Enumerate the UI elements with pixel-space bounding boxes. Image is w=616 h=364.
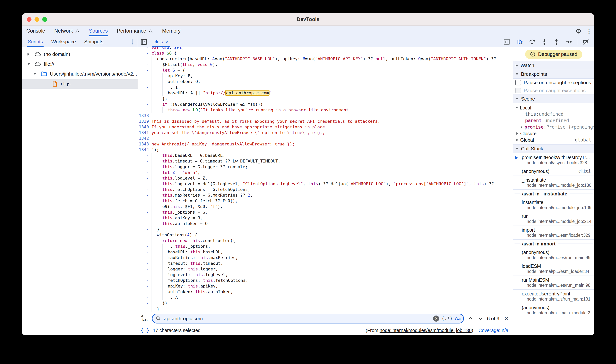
navigator-tab-scripts[interactable]: Scripts xyxy=(24,36,47,47)
line-number[interactable]: - xyxy=(138,266,152,272)
line-number[interactable]: - xyxy=(138,226,152,232)
previous-match-icon[interactable] xyxy=(467,315,474,322)
chevron-right-icon[interactable] xyxy=(28,53,30,55)
editor-tab-clijs[interactable]: cli.js × xyxy=(150,36,172,47)
line-number[interactable]: - xyxy=(138,232,152,238)
line-number[interactable]: - xyxy=(138,96,152,102)
call-stack-frame[interactable]: _instantiatenode:internal/m...module_job… xyxy=(513,176,594,190)
navigator-tab-workspace[interactable]: Workspace xyxy=(47,36,80,47)
chevron-down-icon[interactable] xyxy=(34,73,37,75)
line-number[interactable]: - xyxy=(138,306,152,312)
line-number[interactable]: 1341 xyxy=(138,130,152,136)
tab-sources[interactable]: Sources xyxy=(84,26,112,36)
line-number[interactable]: - xyxy=(138,50,152,56)
more-options-icon[interactable]: ⋮ xyxy=(584,26,594,36)
line-number[interactable]: - xyxy=(138,73,152,79)
step-out-icon[interactable] xyxy=(553,38,560,45)
line-number[interactable]: - xyxy=(138,192,152,198)
step-icon[interactable] xyxy=(565,38,572,45)
line-number[interactable]: - xyxy=(138,62,152,67)
coverage-link[interactable]: Coverage: n/a xyxy=(478,328,508,333)
scope-row-Closure[interactable]: Closure xyxy=(513,130,594,137)
line-number[interactable]: - xyxy=(138,249,152,255)
regex-toggle[interactable]: (.*) xyxy=(442,316,452,321)
line-number[interactable]: - xyxy=(138,215,152,221)
chevron-down-icon[interactable] xyxy=(28,63,30,65)
line-number[interactable]: - xyxy=(138,84,152,90)
line-number[interactable]: 1340 xyxy=(138,124,152,130)
line-number[interactable]: - xyxy=(138,56,152,62)
line-number[interactable]: 1342 xyxy=(138,136,152,141)
line-number[interactable]: - xyxy=(138,198,152,204)
line-number[interactable]: - xyxy=(138,67,152,73)
navigator-tab-snippets[interactable]: Snippets xyxy=(80,36,108,47)
line-number[interactable]: - xyxy=(138,295,152,300)
search-input[interactable] xyxy=(164,315,431,322)
line-number[interactable]: - xyxy=(138,102,152,107)
scope-row-promise[interactable]: promise: Promise {<pending>} xyxy=(513,124,594,130)
line-number[interactable]: - xyxy=(138,47,152,50)
line-number[interactable]: - xyxy=(138,221,152,226)
line-number[interactable]: - xyxy=(138,209,152,215)
clear-search-icon[interactable]: ✕ xyxy=(433,315,439,322)
call-stack-frame[interactable]: promiseInitHookWithDestroyTr...node:inte… xyxy=(513,153,594,167)
line-number[interactable]: - xyxy=(138,260,152,266)
watch-section-header[interactable]: Watch xyxy=(513,61,594,70)
scope-row-Global[interactable]: Globalglobal xyxy=(513,137,594,143)
call-stack-frame[interactable]: (anonymous)node:internal/m...es/run_main… xyxy=(513,248,594,262)
call-stack-frame[interactable]: loadESMnode:internal/p.../esm_loader:34 xyxy=(513,262,594,276)
call-stack-frame[interactable]: executeUserEntryPointnode:internal/m...s… xyxy=(513,290,594,303)
line-number[interactable]: - xyxy=(138,175,152,181)
call-stack-frame[interactable]: (anonymous)node:internal/m...main_module… xyxy=(513,303,594,317)
line-number[interactable]: - xyxy=(138,238,152,244)
line-number[interactable]: - xyxy=(138,278,152,283)
line-number[interactable]: - xyxy=(138,158,152,164)
tab-network[interactable]: Network xyxy=(50,26,84,36)
line-number[interactable]: - xyxy=(138,79,152,84)
line-number[interactable]: 1344 xyxy=(138,147,152,153)
call-stack-frame[interactable]: (anonymous)cli.js:1 xyxy=(513,167,594,176)
call-stack-frame[interactable]: instantiatenode:internal/m...module_job:… xyxy=(513,198,594,212)
replace-toggle-icon[interactable]: A ↳B xyxy=(141,314,149,323)
checkbox[interactable] xyxy=(515,80,521,85)
from-link[interactable]: node:internal/modules/esm/module_job:130 xyxy=(380,328,472,333)
step-over-icon[interactable] xyxy=(529,38,536,45)
line-number[interactable]: - xyxy=(138,90,152,96)
breakpoints-section-header[interactable]: Breakpoints xyxy=(513,70,594,78)
tab-performance[interactable]: Performance xyxy=(112,26,158,36)
match-case-toggle[interactable]: Aa xyxy=(455,316,461,321)
line-number[interactable]: - xyxy=(138,181,152,187)
line-number[interactable]: - xyxy=(138,107,152,113)
close-search-icon[interactable]: ✕ xyxy=(503,315,510,322)
line-number[interactable]: - xyxy=(138,187,152,192)
tree-item-cli-js[interactable]: cli.js xyxy=(22,79,138,89)
call-stack-frame[interactable]: runMainESMnode:internal/m...es/run_main:… xyxy=(513,276,594,290)
scope-row-Local[interactable]: Local xyxy=(513,104,594,111)
next-match-icon[interactable] xyxy=(477,315,484,322)
pretty-print-icon[interactable]: { } xyxy=(140,327,149,333)
call-stack-frame[interactable]: importnode:internal/m...esm/loader:329 xyxy=(513,226,594,240)
tab-memory[interactable]: Memory xyxy=(158,26,185,36)
tree-item-users-jinhuilee-nvm-versions-node-v2-[interactable]: Users/jinhuilee/.nvm/versions/node/v2... xyxy=(22,69,138,79)
tree-item-file-[interactable]: file:// xyxy=(22,59,138,69)
code-editor[interactable]: -var Xs0, $F1;-class $8 {-constructor({b… xyxy=(138,47,513,312)
line-number[interactable]: - xyxy=(138,153,152,158)
settings-gear-icon[interactable]: ⚙ xyxy=(573,26,584,36)
line-number[interactable]: - xyxy=(138,170,152,175)
callstack-section-header[interactable]: Call Stack xyxy=(513,144,594,153)
line-number[interactable]: 1339 xyxy=(138,118,152,124)
line-number[interactable]: - xyxy=(138,300,152,306)
line-number[interactable]: 1343 xyxy=(138,141,152,147)
line-number[interactable]: - xyxy=(138,255,152,260)
hide-debugger-sidebar-icon[interactable] xyxy=(502,37,512,47)
deactivate-breakpoints-icon[interactable] xyxy=(582,38,589,45)
line-number[interactable]: - xyxy=(138,283,152,289)
line-number[interactable]: 1338 xyxy=(138,113,152,118)
navigator-more-icon[interactable]: ⋮ xyxy=(129,39,135,45)
line-number[interactable]: - xyxy=(138,164,152,170)
line-number[interactable]: - xyxy=(138,289,152,295)
step-into-icon[interactable] xyxy=(541,38,548,45)
close-tab-icon[interactable]: × xyxy=(166,39,168,45)
line-number[interactable]: - xyxy=(138,204,152,209)
resume-script-icon[interactable] xyxy=(517,38,524,45)
